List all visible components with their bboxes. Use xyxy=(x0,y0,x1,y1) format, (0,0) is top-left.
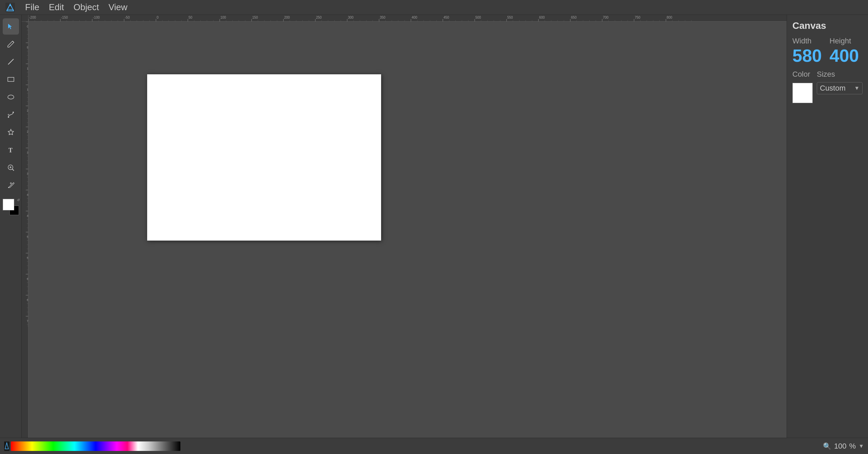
ruler-corner xyxy=(22,15,28,22)
color-reset-icon[interactable]: ↺ xyxy=(17,198,20,202)
svg-text:450: 450 xyxy=(443,16,449,19)
svg-text:500: 500 xyxy=(475,16,481,19)
svg-point-13 xyxy=(8,187,9,188)
ruler-v-svg: 0501001502002503003504004505005506006507… xyxy=(22,22,28,327)
color-palette[interactable] xyxy=(11,441,180,451)
svg-text:50: 50 xyxy=(189,16,193,19)
file-menu[interactable]: File xyxy=(20,0,44,15)
svg-text:200: 200 xyxy=(284,16,290,19)
left-status xyxy=(4,441,180,451)
svg-text:-150: -150 xyxy=(61,16,68,19)
height-field: Height 400 xyxy=(830,37,863,64)
view-menu[interactable]: View xyxy=(104,0,132,15)
app-logo xyxy=(3,0,18,15)
color-label: Color xyxy=(792,70,813,79)
canvas-viewport-wrapper: 0501001502002503003504004505005506006507… xyxy=(22,22,787,438)
object-menu[interactable]: Object xyxy=(69,0,104,15)
color-field: Color xyxy=(792,70,813,103)
line-tool[interactable] xyxy=(3,54,19,70)
svg-text:600: 600 xyxy=(539,16,545,19)
svg-text:700: 700 xyxy=(603,16,609,19)
svg-text:400: 400 xyxy=(412,16,417,19)
work-area: -200-150-100-500501001502002503003504004… xyxy=(22,15,787,438)
sizes-select[interactable]: Custom ▼ xyxy=(817,82,863,94)
zoom-dropdown-icon[interactable]: ▼ xyxy=(859,443,864,449)
toolbar: T ↺ xyxy=(0,15,22,438)
zoom-area: 🔍 100 % ▼ xyxy=(823,442,864,451)
height-label: Height xyxy=(830,37,863,45)
svg-text:350: 350 xyxy=(380,16,386,19)
color-swatches[interactable]: ↺ xyxy=(3,199,19,215)
menubar: File Edit Object View xyxy=(0,0,868,15)
svg-text:250: 250 xyxy=(316,16,322,19)
edit-menu[interactable]: Edit xyxy=(44,0,69,15)
dimensions-row: Width 580 Height 400 xyxy=(792,37,863,64)
svg-rect-3 xyxy=(8,77,14,81)
text-tool[interactable]: T xyxy=(3,142,19,158)
svg-line-2 xyxy=(8,59,14,64)
svg-point-7 xyxy=(8,114,9,115)
sizes-field: Sizes Custom ▼ xyxy=(817,70,863,103)
canvas[interactable] xyxy=(147,74,381,241)
color-palette-area[interactable] xyxy=(4,441,180,451)
canvas-color-swatch[interactable] xyxy=(792,83,813,103)
svg-text:150: 150 xyxy=(252,16,258,19)
main-area: T ↺ xyxy=(0,15,868,438)
svg-text:100: 100 xyxy=(220,16,226,19)
right-panel: Canvas Width 580 Height 400 Color Sizes … xyxy=(787,15,868,438)
svg-point-1 xyxy=(9,5,11,6)
svg-text:650: 650 xyxy=(571,16,577,19)
chevron-down-icon: ▼ xyxy=(854,85,860,91)
canvas-area[interactable] xyxy=(28,22,787,438)
svg-text:-50: -50 xyxy=(125,16,130,19)
statusbar: 🔍 100 % ▼ xyxy=(0,438,868,454)
svg-line-10 xyxy=(12,169,14,171)
width-field: Width 580 xyxy=(792,37,826,64)
width-value[interactable]: 580 xyxy=(792,47,826,64)
svg-text:T: T xyxy=(8,147,13,154)
select-tool[interactable] xyxy=(3,18,19,35)
rect-tool[interactable] xyxy=(3,71,19,88)
color-sizes-row: Color Sizes Custom ▼ xyxy=(792,70,863,103)
svg-text:800: 800 xyxy=(667,16,672,19)
dropper-tool[interactable] xyxy=(3,177,19,193)
svg-text:550: 550 xyxy=(507,16,513,19)
svg-text:-100: -100 xyxy=(93,16,100,19)
zoom-value[interactable]: 100 xyxy=(834,442,847,451)
sizes-label: Sizes xyxy=(817,70,863,79)
pencil-tool[interactable] xyxy=(3,36,19,52)
ellipse-tool[interactable] xyxy=(3,89,19,105)
width-label: Width xyxy=(792,37,826,45)
pen-tool[interactable] xyxy=(3,107,19,123)
height-value[interactable]: 400 xyxy=(830,47,863,64)
svg-text:0: 0 xyxy=(157,16,159,19)
svg-point-4 xyxy=(8,95,14,99)
star-tool[interactable] xyxy=(3,124,19,140)
svg-text:-200: -200 xyxy=(29,16,36,19)
ruler-h-svg: -200-150-100-500501001502002503003504004… xyxy=(28,15,787,22)
svg-text:300: 300 xyxy=(348,16,354,19)
panel-title: Canvas xyxy=(792,20,863,31)
zoom-icon: 🔍 xyxy=(823,442,831,450)
zoom-unit: % xyxy=(849,442,856,451)
sizes-value: Custom xyxy=(820,84,852,93)
foreground-color-swatch[interactable] xyxy=(3,199,14,210)
ruler-horizontal: -200-150-100-500501001502002503003504004… xyxy=(28,15,787,22)
ruler-vertical: 0501001502002503003504004505005506006507… xyxy=(22,22,28,438)
zoom-tool[interactable] xyxy=(3,159,19,176)
palette-logo xyxy=(4,441,9,451)
svg-text:750: 750 xyxy=(635,16,640,19)
